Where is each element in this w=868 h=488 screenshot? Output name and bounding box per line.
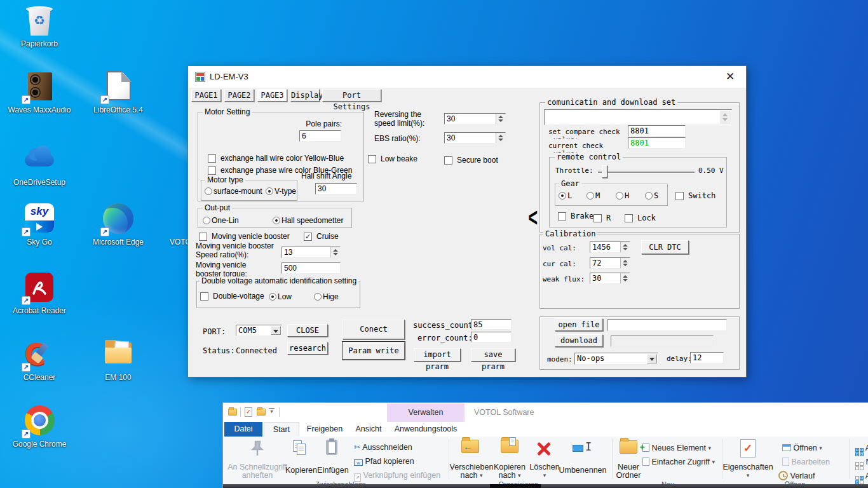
desktop-icon-edge[interactable]: ↗ Microsoft Edge	[83, 202, 153, 247]
reversing-field[interactable]: 30	[444, 113, 506, 125]
connect-button[interactable]: Conect	[342, 320, 405, 339]
rename-button[interactable]: Umbenennen	[556, 466, 609, 475]
save-param-button[interactable]: save prarm	[471, 348, 515, 362]
error-count-field[interactable]: 0	[471, 332, 512, 342]
desktop-icon-papierkorb[interactable]: ♻ Papierkorb	[4, 4, 74, 48]
tab-datei[interactable]: Datei	[224, 422, 262, 437]
select-none-button[interactable]: Nichts	[855, 456, 868, 468]
gear-s-radio[interactable]	[645, 192, 653, 200]
port-combobox[interactable]: COM5	[236, 325, 282, 336]
moving-booster-checkbox[interactable]	[199, 233, 207, 241]
hige-radio[interactable]	[314, 293, 322, 301]
import-param-button[interactable]: import prarm	[414, 348, 461, 362]
explorer-title-bar[interactable]: ✓ ▾ Verwalten VOTOL Software	[223, 403, 868, 422]
select-all-button[interactable]: Alles au	[855, 442, 868, 454]
dropdown-button[interactable]	[271, 326, 281, 335]
clr-dtc-button[interactable]: CLR DTC	[641, 240, 689, 254]
new-item-button[interactable]: ✚ Neues Element ▾	[642, 442, 711, 454]
edit-button[interactable]: Bearbeiten	[782, 456, 830, 468]
tab-display[interactable]: Display	[290, 89, 320, 102]
moden-combobox[interactable]: No-ops	[574, 353, 658, 365]
desktop-icon-skygo[interactable]: sky ↗ Sky Go	[4, 202, 74, 247]
secure-boot-checkbox[interactable]	[444, 156, 452, 165]
throttle-slider-thumb[interactable]	[602, 165, 607, 178]
easy-access-button[interactable]: Einfacher Zugriff ▾	[642, 456, 715, 468]
tab-page3[interactable]: PAGE3	[257, 89, 287, 102]
download-field[interactable]	[611, 336, 714, 347]
research-button[interactable]: research	[287, 342, 328, 355]
spinner[interactable]	[620, 273, 630, 283]
collapse-arrow-icon[interactable]: <	[528, 203, 538, 233]
desktop-icon-ccleaner[interactable]: C ↗ CCleaner	[4, 337, 74, 382]
copy-to-button[interactable]: Kopierennach ▾	[490, 463, 529, 480]
desktop-icon-em100[interactable]: EM 100	[83, 337, 153, 382]
one-line-radio[interactable]	[203, 217, 210, 224]
gear-m-radio[interactable]	[587, 192, 594, 200]
param-write-button[interactable]: Param write	[342, 342, 405, 360]
scroll-arrows[interactable]	[720, 111, 731, 124]
invert-selection-button[interactable]: Auswa	[855, 470, 868, 482]
desktop-icon-acrobat[interactable]: ↗ Acrobat Reader	[4, 271, 74, 315]
cut-button[interactable]: ✂ Ausschneiden	[354, 441, 412, 454]
close-icon[interactable]: ✕	[723, 70, 737, 84]
torque-field[interactable]: 500	[281, 262, 341, 274]
move-to-button[interactable]: Verschiebennach ▾	[447, 463, 496, 480]
low-beake-checkbox[interactable]	[368, 155, 376, 163]
dropdown-button[interactable]	[647, 354, 657, 363]
open-file-button[interactable]: open file	[555, 318, 603, 331]
set-compare-field[interactable]: 8801	[628, 125, 686, 137]
close-port-button[interactable]: CLOSE	[287, 324, 328, 337]
lock-checkbox[interactable]	[625, 214, 633, 222]
r-checkbox[interactable]	[593, 214, 602, 222]
spinner[interactable]	[496, 114, 505, 124]
current-check-field[interactable]: 8801	[628, 137, 686, 149]
spinner[interactable]	[330, 247, 340, 257]
hall-speedometer-radio[interactable]	[273, 217, 280, 224]
context-tab-verwalten[interactable]: Verwalten	[387, 403, 465, 422]
desktop-icon-libreoffice[interactable]: ↗ LibreOffice 5.4	[83, 70, 153, 114]
tab-freigeben[interactable]: Freigeben	[301, 422, 349, 437]
qat-folder-icon[interactable]	[228, 409, 237, 416]
pole-pairs-field[interactable]: 6	[299, 130, 341, 142]
weak-flux-field[interactable]: 30	[590, 273, 630, 284]
exchange-phase-checkbox[interactable]	[208, 166, 216, 175]
gear-l-radio[interactable]	[559, 192, 566, 200]
hall-shift-field[interactable]: 30	[315, 183, 357, 194]
gear-h-radio[interactable]	[616, 192, 623, 200]
cruise-checkbox[interactable]: ✓	[304, 233, 312, 241]
double-voltage-checkbox[interactable]	[200, 292, 208, 301]
tab-page1[interactable]: PAGE1	[191, 89, 221, 102]
qat-customize-icon[interactable]: ▾	[269, 408, 275, 414]
cur-cal-field[interactable]: 72	[590, 257, 630, 269]
spinner[interactable]	[496, 133, 505, 143]
vol-cal-field[interactable]: 1456	[590, 241, 630, 253]
tab-page2[interactable]: PAGE2	[224, 89, 254, 102]
qat-folder2-icon[interactable]	[257, 409, 266, 416]
brake-checkbox[interactable]	[558, 212, 566, 220]
throttle-slider-track[interactable]	[598, 172, 695, 173]
exchange-hall-checkbox[interactable]	[208, 154, 216, 163]
title-bar[interactable]: LD-EM-V3 ✕	[188, 66, 746, 88]
tab-port-settings[interactable]: Port Settings	[322, 89, 381, 102]
delay-field[interactable]: 12	[690, 352, 724, 363]
speed-ratio-field[interactable]: 13	[281, 247, 341, 258]
new-folder-button[interactable]: NeuerOrdner	[612, 463, 645, 480]
success-count-field[interactable]: 85	[471, 319, 512, 330]
open-file-field[interactable]	[607, 319, 727, 331]
tab-start[interactable]: Start	[264, 422, 299, 437]
open-button[interactable]: Öffnen ▾	[782, 442, 822, 454]
tab-ansicht[interactable]: Ansicht	[350, 422, 387, 437]
copy-path-button[interactable]: w Pfad kopieren	[354, 455, 414, 468]
desktop-icon-chrome[interactable]: ↗ Google Chrome	[4, 404, 74, 449]
comm-log-field[interactable]	[544, 109, 732, 125]
desktop-icon-waves[interactable]: ↗ Waves MaxxAudio	[4, 70, 74, 114]
low-radio[interactable]	[269, 293, 276, 301]
download-button[interactable]: download	[555, 334, 603, 347]
properties-button[interactable]: Eigenschaften▾	[722, 463, 773, 480]
paste-button[interactable]: Einfügen	[315, 466, 351, 475]
v-type-radio[interactable]	[266, 187, 273, 195]
ebs-field[interactable]: 30	[444, 132, 506, 144]
tab-anwendungstools[interactable]: Anwendungstools	[387, 422, 465, 437]
paste-shortcut-button[interactable]: ↗ Verknüpfung einfügen	[354, 469, 440, 482]
spinner[interactable]	[620, 258, 630, 268]
